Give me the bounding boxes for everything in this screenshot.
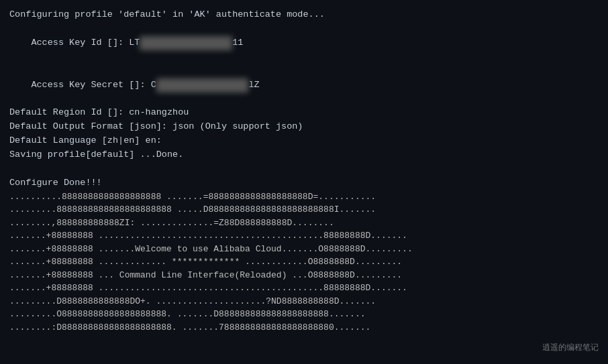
access-key-secret-blurred: [156, 78, 249, 93]
art-line-5: .......+88888888 .......Welcome to use A…: [9, 243, 599, 256]
access-secret-prefix: Access Key Secret []: C: [31, 80, 156, 90]
art-line-4: .......+88888888 .......................…: [9, 229, 599, 243]
access-key-prefix: Access Key Id []: LT: [31, 38, 140, 48]
access-key-id-line: Access Key Id []: LT 11: [9, 22, 599, 64]
art-line-2: .........8888888888888888888888 .....D88…: [9, 203, 599, 217]
art-line-6: .......+88888888 ............. *********…: [9, 255, 599, 269]
art-line-8: .......+88888888 .......................…: [9, 282, 599, 295]
art-line-7: .......+88888888 ... Command Line Interf…: [9, 269, 599, 282]
art-line-10: .........O88888888888888888888. .......D…: [9, 308, 599, 321]
watermark: 逍遥的编程笔记: [542, 342, 599, 355]
region-line: Default Region Id []: cn-hangzhou: [9, 106, 599, 120]
access-key-secret-line: Access Key Secret []: C lZ: [9, 64, 599, 107]
art-line-3: ........,888888888888ZI: ..............=…: [9, 217, 599, 230]
configure-done-line: Configure Done!!!: [9, 176, 599, 190]
output-format-line: Default Output Format [json]: json (Only…: [9, 120, 599, 134]
empty-line-1: [9, 162, 599, 176]
access-secret-suffix: lZ: [248, 80, 259, 90]
art-line-11: ........:D888888888888888888888. .......…: [9, 321, 599, 335]
access-key-suffix: 11: [232, 38, 243, 48]
access-key-id-blurred: [140, 36, 232, 50]
saving-line: Saving profile[default] ...Done.: [9, 148, 599, 162]
config-line-1: Configuring profile 'default' in 'AK' au…: [9, 8, 599, 22]
art-line-1: ..........8888888888888888888 .......=88…: [9, 190, 599, 204]
terminal-window: Configuring profile 'default' in 'AK' au…: [0, 0, 608, 364]
language-line: Default Language [zh|en] en:: [9, 134, 599, 148]
art-line-9: .........D8888888888888DO+. ............…: [9, 295, 599, 308]
